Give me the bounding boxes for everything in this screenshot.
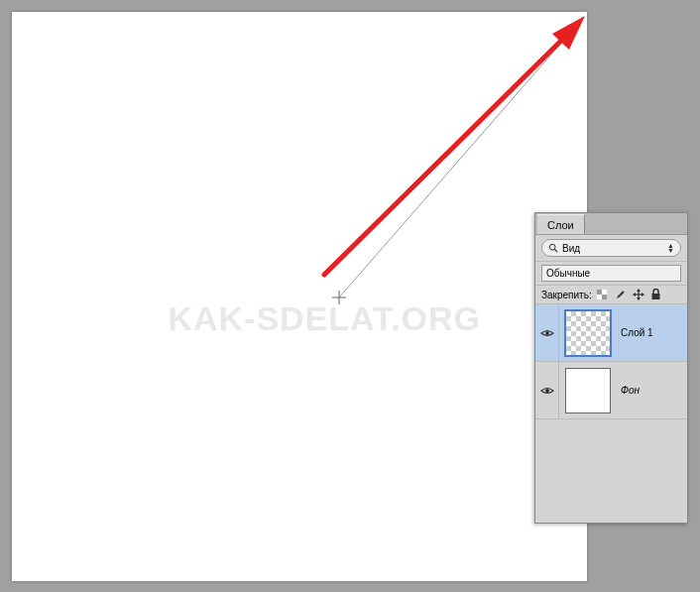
svg-rect-10 [597,295,602,299]
layer-filter-dropdown[interactable]: Вид ▲▼ [541,239,681,257]
svg-point-20 [545,389,549,393]
layers-tab[interactable]: Слои [537,214,585,234]
layers-panel: Слои Вид ▲▼ Обычные Закрепить: [534,212,688,524]
lock-icons-group [597,289,662,300]
search-icon [548,243,558,253]
svg-rect-9 [602,290,607,295]
svg-marker-14 [637,289,641,292]
layer-thumbnail[interactable] [565,368,611,414]
layer-thumbnail-wrap [559,306,617,360]
svg-marker-4 [552,16,585,50]
lock-paint-icon[interactable] [615,289,627,300]
blend-mode-dropdown[interactable]: Обычные [541,265,681,282]
layer-thumbnail-wrap [559,364,617,417]
eye-icon [540,328,554,338]
watermark-text: KAK-SDELAT.ORG [168,299,481,338]
lock-transparency-icon[interactable] [597,289,609,300]
svg-marker-17 [642,293,644,296]
layer-row[interactable]: Слой 1 [535,304,687,362]
lock-move-icon[interactable] [633,289,644,300]
layer-visibility-toggle[interactable] [535,362,559,418]
lock-all-icon[interactable] [650,289,662,300]
blend-mode-row: Обычные [535,261,687,285]
layer-thumbnail[interactable] [565,310,611,356]
eye-icon [540,386,554,396]
panel-tab-bar: Слои [535,213,687,235]
svg-point-19 [545,331,549,335]
layers-list: Слой 1 Фон [535,304,687,523]
panel-filter-row: Вид ▲▼ [535,235,687,261]
layer-visibility-toggle[interactable] [535,304,559,361]
lock-label: Закрепить: [541,290,592,300]
svg-line-6 [554,249,557,252]
layer-name[interactable]: Фон [617,385,640,396]
svg-marker-16 [633,293,636,296]
svg-rect-8 [602,295,607,299]
filter-label: Вид [562,243,663,254]
svg-marker-15 [637,297,641,300]
layer-name[interactable]: Слой 1 [617,327,653,338]
stepper-icon: ▲▼ [667,243,674,253]
svg-line-11 [620,292,624,296]
lock-row: Закрепить: [535,285,687,304]
blend-mode-value: Обычные [546,268,590,279]
svg-point-5 [549,244,555,250]
svg-rect-18 [652,294,660,299]
svg-rect-7 [597,290,602,295]
canvas-workspace[interactable]: KAK-SDELAT.ORG [12,12,587,581]
layer-row[interactable]: Фон [535,362,687,419]
canvas-drawing [12,12,587,581]
